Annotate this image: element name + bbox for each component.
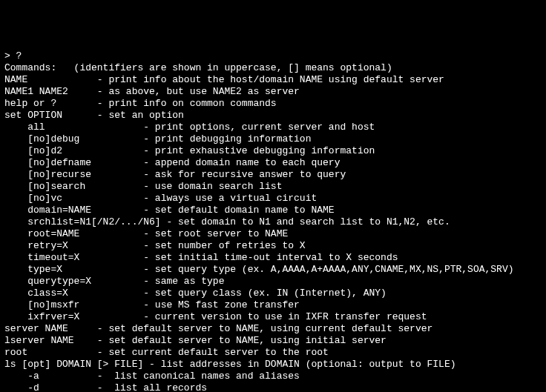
terminal-line: root=NAME - set root server to NAME bbox=[4, 228, 542, 240]
terminal-line: -a - list canonical names and aliases bbox=[4, 371, 542, 382]
terminal-line: class=X - set query class (ex. IN (Inter… bbox=[4, 288, 542, 299]
terminal-line: type=X - set query type (ex. A,AAAA,A+AA… bbox=[4, 264, 542, 276]
terminal-line: retry=X - set number of retries to X bbox=[4, 240, 542, 252]
terminal-line: NAME1 NAME2 - as above, but use NAME2 as… bbox=[4, 86, 542, 98]
terminal-line: [no]msxfr - use MS fast zone transfer bbox=[4, 299, 542, 311]
terminal-line: querytype=X - same as type bbox=[4, 276, 542, 288]
terminal-line: [no]search - use domain search list bbox=[4, 181, 542, 193]
terminal-line: Commands: (identifiers are shown in uppe… bbox=[4, 62, 542, 74]
terminal-line: help or ? - print info on common command… bbox=[4, 98, 542, 110]
terminal-line: [no]d2 - print exhaustive debugging info… bbox=[4, 145, 542, 157]
terminal-line: lserver NAME - set default server to NAM… bbox=[4, 335, 542, 347]
terminal-line: set OPTION - set an option bbox=[4, 110, 542, 122]
terminal-line: srchlist=N1[/N2/.../N6] - set domain to … bbox=[4, 216, 542, 228]
terminal-line: ixfrver=X - current version to use in IX… bbox=[4, 311, 542, 323]
terminal-line: [no]recurse - ask for recursive answer t… bbox=[4, 169, 542, 181]
terminal-line: > ? bbox=[4, 50, 542, 62]
terminal-line: root - set current default server to the… bbox=[4, 347, 542, 359]
terminal-output[interactable]: > ?Commands: (identifiers are shown in u… bbox=[0, 47, 546, 392]
terminal-line: timeout=X - set initial time-out interva… bbox=[4, 252, 542, 264]
terminal-line: all - print options, current server and … bbox=[4, 122, 542, 133]
terminal-line: [no]debug - print debugging information bbox=[4, 133, 542, 145]
terminal-line: server NAME - set default server to NAME… bbox=[4, 323, 542, 335]
terminal-line: domain=NAME - set default domain name to… bbox=[4, 205, 542, 216]
terminal-line: ls [opt] DOMAIN [> FILE] - list addresse… bbox=[4, 359, 542, 371]
terminal-line: -d - list all records bbox=[4, 382, 542, 392]
terminal-line: [no]defname - append domain name to each… bbox=[4, 157, 542, 169]
terminal-line: NAME - print info about the host/domain … bbox=[4, 74, 542, 86]
terminal-line: [no]vc - always use a virtual circuit bbox=[4, 193, 542, 205]
